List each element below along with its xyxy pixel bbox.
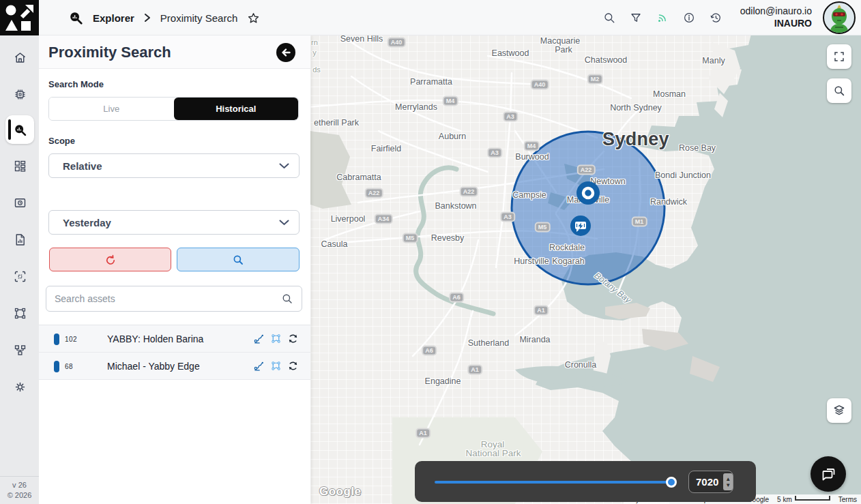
search-mode-toggle: Live Historical	[48, 97, 299, 121]
asset-count: 68	[65, 363, 73, 370]
nav-geofences[interactable]	[5, 299, 34, 327]
asset-search-input[interactable]	[55, 293, 281, 304]
radius-slider-track[interactable]	[435, 481, 675, 484]
route-history-icon[interactable]	[253, 333, 265, 344]
period-select[interactable]: Yesterday	[48, 210, 300, 235]
avatar[interactable]	[823, 1, 856, 34]
asset-box-icon	[13, 196, 27, 210]
nav-explorer[interactable]	[5, 115, 34, 144]
logo-shapes-icon	[0, 0, 39, 35]
chat-button[interactable]	[811, 456, 846, 492]
scale-control: 5 km	[773, 494, 834, 504]
nav-integrations[interactable]	[5, 336, 34, 364]
asset-list: 102YABBY: Holden Barina68Michael - Yabby…	[39, 325, 310, 380]
breadcrumb-page: Proximity Search	[160, 12, 237, 24]
page-title: Proximity Search	[48, 44, 171, 61]
search-mode-label: Search Mode	[48, 79, 104, 89]
nav-assets[interactable]	[5, 188, 34, 217]
reset-undo-icon	[104, 254, 117, 266]
gear-icon	[13, 380, 27, 394]
radius-stepper[interactable]: ▲▼	[723, 473, 733, 490]
app-logo[interactable]	[0, 0, 39, 35]
panel-header: Proximity Search	[39, 35, 310, 69]
proximity-search-panel: Proximity Search Search Mode Live Histor…	[39, 35, 310, 504]
map-canvas: Seven HillsMacquarieParkEastwoodChatswoo…	[310, 35, 861, 504]
asset-row[interactable]: 102YABBY: Holden Barina	[39, 325, 310, 353]
filter-icon[interactable]	[630, 12, 642, 24]
alien-avatar-icon	[824, 3, 854, 33]
home-icon	[13, 50, 27, 65]
arrow-left-icon	[280, 47, 291, 58]
layers-icon	[832, 404, 846, 417]
scope-select[interactable]: Relative	[48, 153, 300, 178]
fullscreen-button[interactable]	[827, 44, 851, 69]
asset-search-box	[46, 286, 302, 312]
asset-row[interactable]: 68Michael - Yabby Edge	[39, 353, 310, 380]
scan-focus-icon	[13, 269, 27, 284]
run-search-button[interactable]	[177, 248, 300, 271]
route-history-icon[interactable]	[253, 360, 265, 372]
map-search-button[interactable]	[827, 78, 851, 103]
asset-name: YABBY: Holden Barina	[107, 333, 203, 344]
topbar-actions	[603, 0, 722, 35]
top-bar: Explorer Proximity Search	[0, 0, 861, 35]
report-file-icon	[13, 233, 27, 247]
asset-status-pill	[54, 361, 59, 372]
step-down-icon[interactable]: ▼	[725, 482, 731, 488]
search-icon[interactable]	[281, 293, 293, 305]
asset-status-pill	[54, 333, 59, 345]
nav-reports[interactable]	[5, 225, 34, 254]
terms-link[interactable]: Terms	[834, 494, 861, 504]
scale-bar	[795, 496, 830, 501]
reset-button[interactable]	[49, 248, 171, 271]
live-signal-icon[interactable]	[656, 12, 669, 24]
step-up-icon[interactable]: ▲	[725, 476, 731, 482]
breadcrumb-section[interactable]: Explorer	[93, 12, 134, 24]
polygon-zone-icon[interactable]	[270, 333, 282, 344]
nav-devices[interactable]	[5, 80, 34, 108]
user-block: odilon@inauro.io INAURO	[740, 5, 812, 29]
period-value: Yesterday	[63, 217, 111, 228]
radius-value[interactable]: 7020	[696, 476, 718, 488]
dashboard-icon	[13, 159, 27, 173]
mode-live-button[interactable]: Live	[49, 98, 174, 120]
explorer-icon	[68, 10, 83, 25]
scope-value: Relative	[63, 160, 102, 172]
radius-slider-thumb[interactable]	[666, 477, 677, 488]
user-org: INAURO	[740, 18, 812, 30]
asset-count: 102	[65, 336, 77, 343]
scale-text: 5 km	[777, 496, 792, 503]
geofence-icon	[13, 306, 27, 321]
history-icon[interactable]	[710, 12, 722, 24]
radius-value-box: 7020 ▲▼	[688, 471, 733, 493]
fullscreen-icon	[833, 50, 845, 63]
user-email: odilon@inauro.io	[740, 5, 812, 18]
scope-label: Scope	[48, 136, 75, 146]
chat-bubble-icon	[820, 466, 836, 482]
layers-button[interactable]	[827, 398, 851, 423]
mode-historical-button[interactable]: Historical	[174, 98, 299, 120]
map-surface[interactable]	[310, 35, 861, 504]
nav-settings[interactable]	[5, 372, 34, 401]
refresh-icon[interactable]	[287, 333, 299, 344]
info-icon[interactable]	[683, 12, 695, 24]
nav-dashboards[interactable]	[5, 151, 34, 180]
refresh-icon[interactable]	[287, 360, 299, 372]
nav-home[interactable]	[5, 43, 34, 72]
search-icon	[232, 254, 244, 266]
polygon-zone-icon[interactable]	[270, 360, 282, 372]
nav-rail: v 26 © 2026	[0, 35, 39, 504]
favorite-star-icon[interactable]	[247, 12, 260, 25]
search-icon	[833, 85, 845, 97]
explorer-search-icon	[13, 123, 27, 137]
app-window: Explorer Proximity Search	[0, 0, 861, 504]
chevron-right-icon	[144, 13, 151, 23]
nav-scan[interactable]	[5, 262, 34, 291]
asset-actions	[253, 360, 299, 372]
back-button[interactable]	[276, 43, 295, 62]
search-icon[interactable]	[603, 12, 615, 24]
chip-icon	[13, 87, 27, 102]
app-version: v 26 © 2026	[0, 476, 39, 500]
google-logo: Google	[319, 485, 362, 499]
chevron-down-icon	[279, 163, 289, 169]
